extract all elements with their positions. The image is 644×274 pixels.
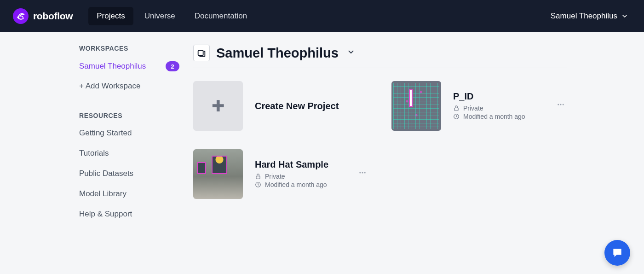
resource-help-support[interactable]: Help & Support	[79, 210, 179, 219]
content-area: WORKSPACES Samuel Theophilus 2 + Add Wor…	[0, 32, 644, 230]
nav-documentation[interactable]: Documentation	[186, 7, 255, 25]
resource-public-datasets[interactable]: Public Datasets	[79, 169, 179, 178]
workspaces-heading: WORKSPACES	[79, 45, 179, 52]
brand-name: roboflow	[33, 11, 73, 22]
project-name: Hard Hat Sample	[255, 159, 368, 170]
project-thumbnail	[391, 81, 441, 131]
nav-universe[interactable]: Universe	[136, 7, 184, 25]
project-menu-button[interactable]	[356, 167, 368, 181]
svg-rect-6	[256, 176, 260, 179]
sidebar: WORKSPACES Samuel Theophilus 2 + Add Wor…	[0, 45, 193, 230]
resource-tutorials[interactable]: Tutorials	[79, 149, 179, 158]
header-left: roboflow Projects Universe Documentation	[13, 7, 255, 25]
clock-icon	[453, 113, 460, 120]
clock-icon	[255, 181, 261, 188]
svg-point-5	[563, 104, 564, 105]
projects-grid: ✚ Create New Project P_ID Private	[193, 81, 567, 199]
resource-getting-started[interactable]: Getting Started	[79, 128, 179, 138]
workspace-title: Samuel Theophilus	[216, 46, 339, 61]
svg-point-4	[560, 104, 562, 105]
project-thumbnail	[193, 149, 243, 199]
project-visibility: Private	[255, 173, 368, 180]
main-panel: Samuel Theophilus ✚ Create New Project	[193, 45, 644, 230]
project-menu-button[interactable]	[555, 99, 567, 112]
top-header: roboflow Projects Universe Documentation…	[0, 0, 644, 32]
project-card-hardhat[interactable]: Hard Hat Sample Private Modified a month…	[193, 149, 368, 199]
resources-heading: RESOURCES	[79, 112, 179, 119]
chat-support-button[interactable]	[604, 240, 630, 266]
svg-point-3	[558, 104, 559, 105]
project-visibility: Private	[453, 105, 567, 112]
create-project-label: Create New Project	[255, 101, 368, 111]
workspace-count-badge: 2	[166, 61, 179, 71]
add-workspace-button[interactable]: + Add Workspace	[79, 82, 179, 91]
svg-rect-1	[454, 108, 458, 111]
roboflow-logo-icon	[13, 8, 29, 24]
chevron-down-icon	[621, 12, 628, 20]
chat-icon	[611, 247, 623, 259]
svg-point-9	[362, 172, 363, 174]
nav-projects[interactable]: Projects	[88, 7, 133, 25]
workspace-dropdown-toggle[interactable]	[345, 46, 357, 60]
lock-icon	[453, 105, 460, 111]
create-project-thumb: ✚	[193, 81, 243, 131]
user-menu[interactable]: Samuel Theophilus	[551, 12, 631, 21]
svg-point-10	[364, 172, 366, 174]
lock-icon	[255, 173, 261, 180]
workspace-switcher-icon[interactable]	[193, 45, 210, 61]
project-modified: Modified a month ago	[255, 181, 368, 188]
resource-model-library[interactable]: Model Library	[79, 189, 179, 198]
project-card-pid[interactable]: P_ID Private Modified a month ago	[391, 81, 567, 131]
workspace-header: Samuel Theophilus	[193, 45, 567, 68]
plus-icon: ✚	[212, 97, 224, 115]
workspace-name: Samuel Theophilus	[79, 62, 146, 71]
project-name: P_ID	[453, 91, 567, 102]
project-modified: Modified a month ago	[453, 113, 567, 120]
svg-point-8	[359, 172, 361, 174]
create-new-project-card[interactable]: ✚ Create New Project	[193, 81, 368, 131]
brand-logo[interactable]: roboflow	[13, 8, 73, 24]
user-name: Samuel Theophilus	[551, 12, 617, 21]
nav-links: Projects Universe Documentation	[88, 7, 255, 25]
svg-rect-0	[198, 51, 203, 56]
sidebar-workspace-item[interactable]: Samuel Theophilus 2	[79, 61, 179, 71]
